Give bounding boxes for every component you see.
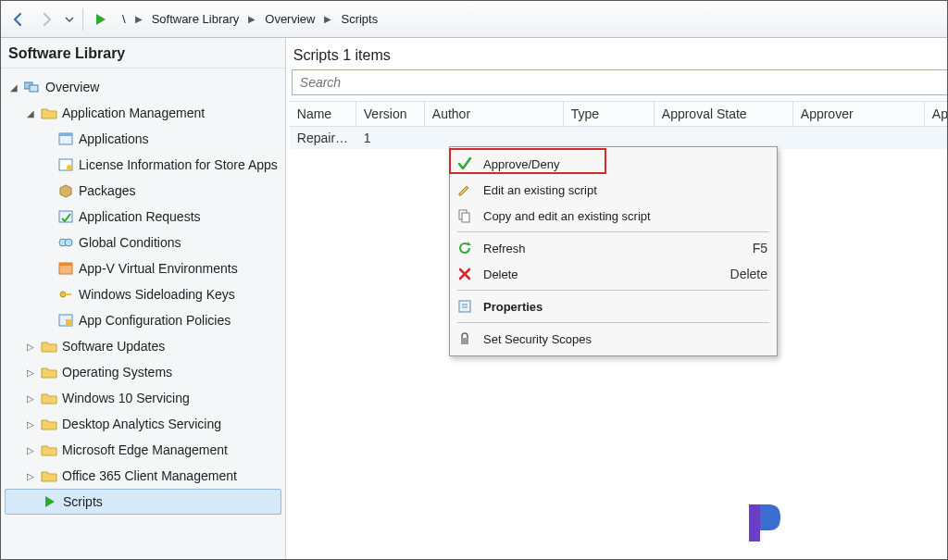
appv-icon xyxy=(56,259,75,278)
search-box xyxy=(292,69,948,95)
tree-node-win10[interactable]: ▷ Windows 10 Servicing xyxy=(5,385,281,411)
tree-label: Packages xyxy=(79,183,135,198)
tree-label: Application Management xyxy=(62,106,205,120)
tree-node-o365[interactable]: ▷ Office 365 Client Management xyxy=(5,463,281,489)
menu-label: Set Security Scopes xyxy=(483,332,592,346)
nav-tree: ◢ Overview ◢ Application Management Appl… xyxy=(1,68,285,559)
pencil-icon xyxy=(455,180,474,199)
breadcrumb-item[interactable]: Software Library xyxy=(152,12,240,26)
tree-label: Global Conditions xyxy=(79,235,181,250)
copy-icon xyxy=(455,206,474,225)
context-menu: Approve/Deny Edit an existing script Cop… xyxy=(449,146,778,356)
expand-icon[interactable]: ▷ xyxy=(25,342,36,352)
overview-icon xyxy=(23,78,42,96)
tree-label: Operating Systems xyxy=(62,365,172,380)
tree-node-globalcond[interactable]: Global Conditions xyxy=(5,230,281,255)
menu-shortcut: Delete xyxy=(730,267,767,281)
license-icon xyxy=(56,156,75,174)
menu-edit-script[interactable]: Edit an existing script xyxy=(452,177,775,203)
folder-icon xyxy=(40,415,58,433)
tree-label: Scripts xyxy=(63,494,103,509)
tree-label: Office 365 Client Management xyxy=(62,468,237,483)
history-dropdown[interactable] xyxy=(62,7,77,31)
expand-icon[interactable]: ▷ xyxy=(25,393,36,404)
svg-rect-3 xyxy=(59,133,72,136)
breadcrumb-item[interactable]: Scripts xyxy=(341,12,378,26)
svg-point-8 xyxy=(65,239,72,246)
svg-rect-17 xyxy=(459,301,470,312)
menu-copy-edit[interactable]: Copy and edit an existing script xyxy=(452,203,775,229)
chevron-right-icon: ▶ xyxy=(135,14,143,24)
col-author[interactable]: Author xyxy=(425,102,564,126)
tree-node-requests[interactable]: Application Requests xyxy=(5,204,281,230)
menu-label: Refresh xyxy=(483,242,526,255)
collapse-icon[interactable]: ◢ xyxy=(8,82,19,93)
tree-node-swupdates[interactable]: ▷ Software Updates xyxy=(5,333,281,359)
menu-label: Approve/Deny xyxy=(483,157,559,171)
run-button[interactable] xyxy=(89,7,113,31)
application-icon xyxy=(56,130,75,148)
tree-label: Windows 10 Servicing xyxy=(62,391,190,405)
tree-node-desktop[interactable]: ▷ Desktop Analytics Servicing xyxy=(5,411,281,437)
breadcrumb-item[interactable]: Overview xyxy=(265,12,315,26)
col-name[interactable]: Name xyxy=(290,102,356,126)
menu-shortcut: F5 xyxy=(753,241,767,255)
folder-icon xyxy=(40,441,58,459)
col-version[interactable]: Version xyxy=(356,102,425,126)
tree-node-applications[interactable]: Applications xyxy=(5,126,281,152)
col-approver[interactable]: Approver xyxy=(793,102,925,126)
menu-properties[interactable]: Properties xyxy=(452,293,775,319)
tree-node-appv[interactable]: App-V Virtual Environments xyxy=(5,255,281,281)
sidebar: Software Library ◢ Overview ◢ Applicatio… xyxy=(1,38,286,559)
menu-label: Properties xyxy=(483,300,543,314)
watermark-logo xyxy=(740,497,790,550)
tree-node-appmgmt[interactable]: ◢ Application Management xyxy=(5,100,281,126)
col-approver2[interactable]: Approver xyxy=(925,102,948,126)
col-approval[interactable]: Approval State xyxy=(655,102,793,126)
tree-label: Overview xyxy=(45,80,99,94)
menu-delete[interactable]: Delete Delete xyxy=(452,261,775,287)
folder-icon xyxy=(40,389,58,407)
menu-label: Edit an existing script xyxy=(483,183,597,197)
tree-node-overview[interactable]: ◢ Overview xyxy=(5,74,281,100)
search-input[interactable] xyxy=(292,69,948,95)
svg-rect-14 xyxy=(66,319,72,326)
expand-icon[interactable]: ▷ xyxy=(25,471,36,481)
svg-rect-1 xyxy=(30,85,38,92)
tree-label: App Configuration Policies xyxy=(79,313,231,328)
menu-label: Delete xyxy=(483,268,518,281)
chevron-right-icon: ▶ xyxy=(324,14,331,24)
tree-node-sideload[interactable]: Windows Sideloading Keys xyxy=(5,281,281,307)
menu-approve-deny[interactable]: Approve/Deny xyxy=(452,151,775,177)
breadcrumb-root[interactable]: \ xyxy=(122,12,126,26)
menu-security-scopes[interactable]: Set Security Scopes xyxy=(452,326,775,352)
tree-node-appconfig[interactable]: App Configuration Policies xyxy=(5,307,281,333)
tree-node-edge[interactable]: ▷ Microsoft Edge Management xyxy=(5,437,281,463)
forward-button[interactable] xyxy=(34,7,58,31)
tree-label: Application Requests xyxy=(79,209,201,224)
tree-label: Windows Sideloading Keys xyxy=(79,287,235,302)
key-icon xyxy=(56,285,75,304)
col-type[interactable]: Type xyxy=(564,102,655,126)
tree-node-packages[interactable]: Packages xyxy=(5,178,281,204)
package-icon xyxy=(56,181,75,200)
svg-rect-16 xyxy=(462,213,469,222)
sidebar-title: Software Library xyxy=(1,38,285,68)
tree-node-os[interactable]: ▷ Operating Systems xyxy=(5,359,281,385)
tree-label: Software Updates xyxy=(62,339,165,354)
back-button[interactable] xyxy=(6,7,31,31)
collapse-icon[interactable]: ◢ xyxy=(25,108,36,118)
breadcrumb[interactable]: \ ▶ Software Library ▶ Overview ▶ Script… xyxy=(122,12,378,26)
svg-rect-20 xyxy=(461,338,468,344)
svg-rect-10 xyxy=(59,263,72,266)
tree-label: Desktop Analytics Servicing xyxy=(62,417,221,431)
folder-icon xyxy=(40,363,58,381)
expand-icon[interactable]: ▷ xyxy=(25,445,36,455)
global-icon xyxy=(56,233,75,252)
tree-node-license[interactable]: License Information for Store Apps xyxy=(5,152,281,178)
menu-refresh[interactable]: Refresh F5 xyxy=(452,235,775,261)
expand-icon[interactable]: ▷ xyxy=(25,419,36,429)
tree-node-scripts[interactable]: Scripts xyxy=(5,489,281,515)
expand-icon[interactable]: ▷ xyxy=(25,367,36,378)
menu-label: Copy and edit an existing script xyxy=(483,209,651,223)
